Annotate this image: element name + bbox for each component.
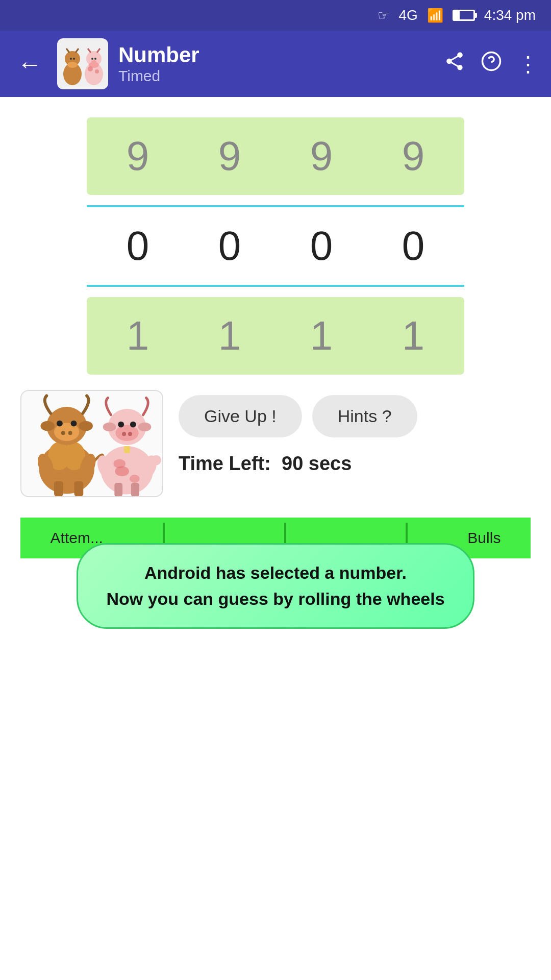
signal-bars: 📶	[427, 8, 443, 23]
hints-button[interactable]: Hints ?	[312, 395, 417, 437]
time-left-label: Time Left:	[179, 453, 271, 474]
svg-point-14	[88, 66, 93, 71]
tooltip-line1: Android has selected a number.	[104, 560, 447, 586]
svg-point-7	[70, 58, 72, 60]
top-wheel-section: 9 9 9 9	[20, 117, 531, 195]
app-subtitle: Timed	[118, 67, 434, 85]
svg-point-55	[151, 455, 161, 465]
svg-point-40	[130, 475, 140, 483]
bottom-digit-2: 1	[199, 312, 260, 359]
svg-point-29	[40, 421, 55, 431]
bottom-wheel-section: 1 1 1 1	[20, 297, 531, 375]
tooltip-line2: Now you can guess by rolling the wheels	[104, 586, 447, 612]
action-buttons-row: Give Up ! Hints ?	[179, 395, 417, 437]
status-bar: ☞ 4G 📶 4:34 pm	[0, 0, 551, 31]
help-button[interactable]	[481, 51, 502, 77]
svg-line-6	[76, 48, 79, 53]
bottom-digit-3: 1	[291, 312, 352, 359]
main-content: 9 9 9 9 0 0 0 0 1 1 1 1	[0, 97, 551, 639]
top-digit-3: 9	[291, 133, 352, 180]
svg-point-45	[138, 423, 152, 432]
app-icon	[57, 38, 108, 89]
bottom-divider	[87, 285, 464, 287]
svg-point-35	[68, 431, 72, 435]
svg-point-30	[79, 421, 93, 431]
svg-rect-25	[74, 481, 84, 497]
current-digit-3[interactable]: 0	[291, 223, 352, 270]
svg-point-18	[91, 58, 93, 60]
app-bar-actions: ⋮	[444, 51, 539, 77]
svg-line-17	[97, 48, 100, 53]
time-left-display: Time Left: 90 secs	[179, 453, 417, 475]
battery-icon	[453, 10, 475, 21]
tooltip-bubble: Android has selected a number. Now you c…	[77, 543, 474, 629]
app-icon-svg	[57, 38, 108, 89]
svg-point-15	[95, 69, 99, 74]
svg-point-19	[94, 58, 96, 60]
svg-point-11	[88, 53, 93, 58]
app-bar: ←	[0, 31, 551, 97]
bulls-label: Bulls	[467, 529, 500, 547]
action-area: Give Up ! Hints ? Time Left: 90 secs	[20, 390, 531, 497]
svg-point-52	[113, 459, 126, 469]
more-button[interactable]: ⋮	[517, 52, 539, 77]
app-title-group: Number Timed	[118, 43, 434, 85]
bottom-wheel-row: 1 1 1 1	[87, 297, 464, 375]
attempts-label: Attem...	[51, 529, 103, 547]
clock: 4:34 pm	[484, 7, 536, 23]
bottom-digit-1: 1	[107, 312, 168, 359]
top-digit-1: 9	[107, 133, 168, 180]
svg-point-50	[128, 432, 132, 436]
share-button[interactable]	[444, 51, 465, 77]
svg-line-5	[66, 48, 69, 53]
bottom-digit-4: 1	[383, 312, 444, 359]
top-wheel-row: 9 9 9 9	[87, 117, 464, 195]
current-wheel-row[interactable]: 0 0 0 0	[87, 207, 464, 285]
svg-point-33	[71, 421, 77, 427]
svg-point-8	[73, 58, 75, 60]
app-title: Number	[118, 43, 434, 67]
give-up-button[interactable]: Give Up !	[179, 395, 302, 437]
svg-point-4	[67, 62, 78, 68]
svg-point-47	[118, 422, 124, 428]
current-digit-4[interactable]: 0	[383, 223, 444, 270]
network-indicator: 4G	[398, 7, 417, 23]
svg-rect-24	[54, 481, 63, 497]
action-buttons-group: Give Up ! Hints ? Time Left: 90 secs	[179, 390, 417, 475]
svg-point-44	[103, 423, 116, 432]
top-digit-4: 9	[383, 133, 444, 180]
current-digit-2[interactable]: 0	[199, 223, 260, 270]
svg-point-12	[94, 53, 99, 58]
current-digit-1[interactable]: 0	[107, 223, 168, 270]
cow-image-box	[20, 390, 163, 497]
svg-rect-51	[124, 446, 130, 453]
svg-point-48	[130, 422, 136, 428]
cow-characters-svg	[21, 390, 162, 497]
time-left-value: 90 secs	[282, 453, 352, 474]
touch-icon: ☞	[378, 8, 389, 23]
svg-point-2	[67, 53, 72, 58]
svg-rect-41	[114, 483, 122, 497]
back-button[interactable]: ←	[12, 45, 47, 83]
svg-line-16	[88, 48, 91, 53]
top-digit-2: 9	[199, 133, 260, 180]
svg-point-34	[61, 431, 65, 435]
svg-point-46	[115, 425, 138, 442]
svg-point-49	[122, 432, 126, 436]
svg-point-3	[73, 53, 78, 58]
svg-point-32	[57, 421, 63, 427]
svg-point-20	[91, 60, 96, 63]
svg-rect-42	[131, 483, 139, 497]
